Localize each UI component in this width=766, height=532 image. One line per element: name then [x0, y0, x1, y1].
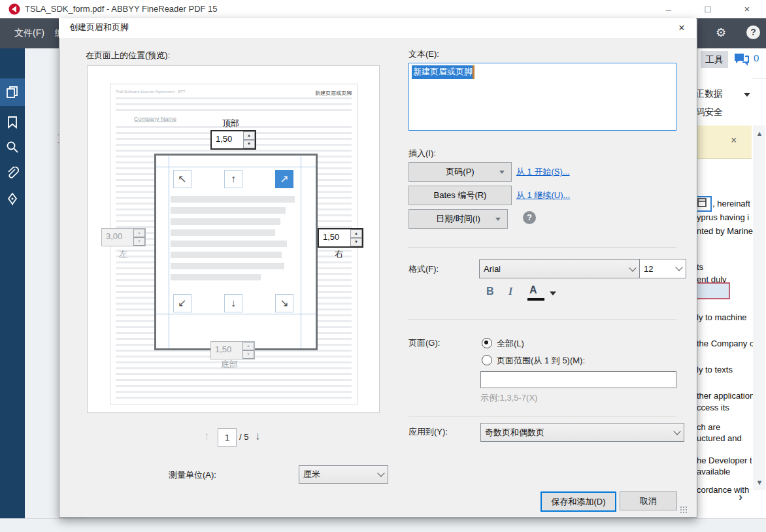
- document-scrollbar[interactable]: [753, 125, 765, 490]
- section-divider: [408, 247, 676, 248]
- datetime-button[interactable]: 日期/时间(I): [408, 209, 508, 229]
- insert-help-icon[interactable]: ?: [523, 211, 536, 224]
- top-margin-spinner[interactable]: 1,50 ▲▼: [210, 130, 256, 150]
- apply-to-select[interactable]: 奇数页和偶数页: [480, 423, 684, 442]
- cancel-button[interactable]: 取消: [620, 491, 677, 510]
- expand-panel-icon[interactable]: ›: [739, 490, 742, 504]
- spin-up-icon[interactable]: ▲: [350, 229, 362, 238]
- page-total-label: / 5: [239, 432, 248, 442]
- doc-text-fragment: ly to machine: [697, 312, 747, 322]
- insert-label: 插入(I):: [408, 148, 436, 159]
- spin-down-icon: ▼: [133, 237, 145, 246]
- save-and-add-button[interactable]: 保存和添加(D): [541, 491, 616, 512]
- dropdown-arrow-icon: [499, 171, 505, 174]
- header-text-input[interactable]: 新建页眉或页脚: [408, 63, 676, 131]
- page-range-input[interactable]: [480, 371, 676, 388]
- position-bottom-center-button[interactable]: ↓: [224, 294, 242, 312]
- dialog-resize-grip[interactable]: [680, 506, 688, 514]
- position-top-left-button[interactable]: ↖: [173, 170, 192, 188]
- doc-text-fragment: yprus having i: [697, 212, 749, 222]
- maximize-button[interactable]: □: [697, 1, 719, 17]
- left-margin-spinner: 3,00 ▲▼: [101, 228, 146, 246]
- pages-label: 页面(G):: [408, 337, 440, 349]
- bottom-margin-spinner: 1,50 ▲▼: [210, 341, 255, 359]
- left-margin-label: 左: [119, 248, 127, 260]
- doc-text-fragment: he Developer t: [697, 456, 752, 465]
- scroll-up-icon[interactable]: ▲: [755, 129, 764, 137]
- bottom-bar: 背景识别完成 100% – +: [0, 518, 766, 532]
- font-select[interactable]: Arial: [479, 259, 640, 278]
- sidebar-item-attachments[interactable]: [0, 159, 25, 187]
- doc-text-fragment: ccess its: [697, 403, 729, 412]
- font-color-button[interactable]: A: [529, 284, 537, 296]
- window-title: TSLA_SDK_form.pdf - ABBYY FineReader PDF…: [25, 4, 218, 14]
- continue-from-link[interactable]: 从 1 继续(U)...: [516, 190, 570, 201]
- chevron-down-icon: [377, 469, 384, 476]
- doc-text-fragment: uctured and: [697, 433, 742, 443]
- left-sidebar: [0, 48, 25, 532]
- spin-up-icon: ▲: [133, 229, 145, 237]
- chevron-down-icon: [673, 427, 680, 435]
- menu-file[interactable]: 文件(F): [14, 27, 44, 39]
- doc-text-fragment: available: [697, 467, 730, 476]
- dialog-title: 创建页眉和页脚: [69, 22, 129, 33]
- text-label: 文本(E):: [408, 48, 439, 60]
- doc-text-fragment: ly to texts: [697, 365, 733, 374]
- tools-tab[interactable]: 工具: [701, 51, 728, 68]
- spin-up-icon[interactable]: ▲: [243, 131, 255, 140]
- spin-down-icon[interactable]: ▼: [243, 140, 255, 148]
- position-bottom-right-button[interactable]: ↘: [275, 294, 293, 312]
- right-margin-label: 右: [335, 248, 343, 260]
- page-number-box[interactable]: 1: [218, 428, 237, 447]
- minimize-button[interactable]: –: [658, 1, 680, 17]
- margin-guide: [156, 314, 316, 314]
- notification-bar: [690, 125, 752, 159]
- doc-text-fragment: , hereinaft: [712, 199, 750, 208]
- start-from-link[interactable]: 从 1 开始(S)...: [516, 166, 570, 178]
- format-label: 格式(F):: [408, 263, 439, 275]
- unit-select[interactable]: 厘米: [299, 465, 388, 484]
- position-top-right-button[interactable]: ↗: [275, 170, 293, 188]
- form-field[interactable]: [695, 282, 730, 299]
- spin-up-icon: ▲: [242, 342, 254, 350]
- gear-icon[interactable]: ⚙: [716, 25, 726, 40]
- page-number-button[interactable]: 页码(P): [408, 162, 512, 182]
- dialog-close-icon[interactable]: ×: [673, 20, 690, 36]
- scroll-down-icon[interactable]: ▼: [755, 478, 764, 486]
- section-divider: [408, 416, 676, 417]
- range-example-label: 示例:1,3,5-7(X): [480, 392, 537, 404]
- italic-button[interactable]: I: [508, 286, 512, 297]
- bates-number-button[interactable]: Bates 编号(R): [408, 186, 512, 205]
- radio-all-pages-label[interactable]: 全部(L): [497, 338, 524, 350]
- close-window-button[interactable]: ×: [736, 1, 758, 17]
- next-page-icon[interactable]: ↓: [255, 430, 261, 443]
- sidebar-item-pages[interactable]: [0, 78, 25, 106]
- margin-guide: [301, 156, 301, 348]
- correction-dropdown-icon[interactable]: [744, 93, 750, 97]
- margin-guide: [169, 156, 169, 348]
- right-margin-spinner[interactable]: 1,50 ▲▼: [318, 228, 363, 248]
- font-color-bar: [527, 298, 544, 301]
- sidebar-item-bookmarks[interactable]: [0, 108, 25, 136]
- color-dropdown-icon[interactable]: [550, 291, 556, 295]
- doc-text-fragment: ts: [697, 262, 703, 272]
- position-top-center-button[interactable]: ↑: [224, 170, 242, 188]
- sidebar-item-signature[interactable]: [0, 186, 25, 213]
- preview-company-name: Company Name: [134, 116, 176, 122]
- spin-down-icon[interactable]: ▼: [350, 238, 362, 246]
- preview-text-lines: [116, 97, 352, 114]
- sidebar-item-search[interactable]: [0, 133, 25, 161]
- position-grid: ↖ ↑ ↗ ↙ ↓ ↘: [154, 154, 318, 350]
- prev-page-icon[interactable]: ↑: [204, 430, 210, 443]
- radio-all-pages[interactable]: [482, 338, 492, 348]
- doc-text-fragment: ch are: [697, 422, 720, 432]
- bold-button[interactable]: B: [486, 286, 494, 297]
- position-bottom-left-button[interactable]: ↙: [173, 294, 192, 312]
- notification-close-icon[interactable]: ×: [731, 135, 737, 146]
- comments-icon[interactable]: [733, 52, 749, 67]
- radio-page-range-label[interactable]: 页面范围(从 1 到 5)(M):: [497, 355, 585, 367]
- top-margin-label: 顶部: [222, 118, 239, 129]
- font-size-select[interactable]: 12: [639, 259, 686, 278]
- radio-page-range[interactable]: [482, 355, 492, 365]
- help-icon[interactable]: ?: [746, 25, 760, 39]
